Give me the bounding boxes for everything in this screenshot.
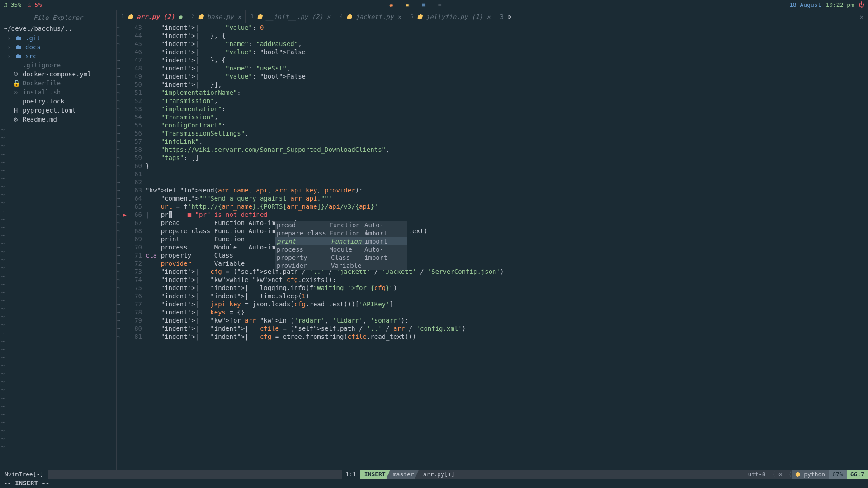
terminal-icon[interactable]: ▣ (406, 1, 409, 9)
autocomplete-item[interactable]: providerVariable (275, 262, 407, 270)
menu-icon[interactable]: ≡ (438, 1, 442, 9)
chevron-right-icon: › (7, 52, 12, 60)
python-icon: ⬢ (198, 13, 203, 21)
tab-new-icon[interactable]: ⊕ (507, 13, 511, 21)
status-nvimtree: NvimTree[-] (0, 470, 48, 479)
tab-jellyfin-py[interactable]: 5⬢jellyfin.py (1)✕ (406, 10, 495, 23)
autocomplete-item[interactable]: processModuleAuto-import (275, 245, 407, 253)
tab-__init__-py[interactable]: 3⬢__init__.py (2)✕ (246, 10, 335, 23)
tree-item-poetry-lock[interactable]: poetry.lock (0, 97, 116, 106)
tab-index: 1 (121, 13, 124, 21)
tree-item-label: install.sh (23, 88, 61, 96)
tab-label: jackett.py (355, 13, 393, 21)
tree-item-docker-compose-yml[interactable]: ©docker-compose.yml (0, 70, 116, 79)
tab-jackett-py[interactable]: 4⬢jackett.py✕ (335, 10, 406, 23)
file-icon: 🖿 (15, 52, 22, 60)
status-encoding: utf-8 (744, 470, 769, 479)
modified-dot-icon: ● (178, 13, 182, 21)
chevron-right-icon: › (7, 43, 12, 51)
tab-base-py[interactable]: 2⬢base.py✕ (187, 10, 246, 23)
line-number-gutter: 4344454647484950515253545556575859606162… (123, 23, 146, 470)
python-icon: ⬢ (257, 13, 262, 21)
time-label: 10:22 pm (826, 1, 854, 9)
autocomplete-popup[interactable]: preadFunctionAuto-importprepare_classFun… (275, 221, 407, 270)
python-icon: ⬢ (127, 13, 133, 21)
tree-item-label: .git (25, 34, 41, 42)
firefox-icon[interactable]: ◉ (390, 1, 393, 9)
close-icon[interactable]: ✕ (327, 13, 330, 21)
autocomplete-item[interactable]: prepare_classFunctionAuto-import (275, 229, 407, 237)
status-os-icon: ⎋ (775, 470, 786, 479)
editor-area[interactable]: ~~~~~~~~~~~~~~~~~~~~~~~~~~~~~~~~~~~~~~~ … (117, 23, 868, 470)
separator-icon: 〈 (786, 470, 792, 479)
tab-close-all-icon[interactable]: ✕ (855, 13, 868, 21)
tab-bar[interactable]: 1⬢arr.py (2)●2⬢base.py✕3⬢__init__.py (2)… (117, 10, 868, 23)
close-icon[interactable]: ✕ (486, 13, 490, 21)
tab-index: 5 (410, 13, 413, 21)
tab-overflow[interactable]: 3 ⊕ (495, 13, 516, 21)
sidebar-empty: ~~~~~~~~~~~~~~~~~~~~~~~~~~~~~~~~~~~~~~~~ (0, 124, 117, 470)
sidebar-title: File Explorer (0, 12, 116, 23)
tab-label: __init__.py (2) (266, 13, 323, 21)
sidebar-path: ~/devel/bacchus/.. (0, 23, 116, 33)
tilde-gutter: ~~~~~~~~~~~~~~~~~~~~~~~~~~~~~~~~~~~~~~~ (117, 23, 123, 470)
status-filename: arr.py[+] (419, 470, 459, 479)
tree-item--git[interactable]: ›🖿.git (0, 33, 116, 42)
file-icon: H (13, 106, 19, 114)
chevron-right-icon: › (7, 34, 12, 42)
tab-arr-py[interactable]: 1⬢arr.py (2)● (117, 10, 187, 23)
file-icon: 🖿 (15, 34, 22, 42)
power-icon[interactable]: ⏻ (859, 1, 864, 9)
tree-item-label: docs (25, 43, 41, 51)
tree-item-install-sh[interactable]: ⎋install.sh (0, 88, 116, 97)
python-icon: ⬢ (417, 13, 422, 21)
tree-item-label: docker-compose.yml (23, 70, 91, 78)
file-explorer-sidebar[interactable]: File Explorer ~/devel/bacchus/.. ›🖿.git›… (0, 10, 117, 124)
tab-overflow-count: 3 (500, 13, 504, 21)
tab-index: 4 (340, 13, 343, 21)
tree-item-pyproject-toml[interactable]: Hpyproject.toml (0, 106, 116, 115)
cpu-usage: ♫ 35% (4, 1, 21, 9)
tree-item-src[interactable]: ›🖿src (0, 52, 116, 61)
close-icon[interactable]: ✕ (237, 13, 241, 21)
tree-item-label: poetry.lock (23, 97, 65, 105)
system-topbar: ♫ 35% ♨ 5% ◉ ▣ ▤ ≡ 18 August 10:22 pm ⏻ (0, 0, 868, 10)
chat-icon[interactable]: ▤ (422, 1, 425, 9)
status-line: NvimTree[-] 1:1 INSERT master arr.py[+] … (0, 470, 868, 479)
tree-item-docs[interactable]: ›🖿docs (0, 42, 116, 52)
tab-label: jellyfin.py (1) (426, 13, 483, 21)
command-line: -- INSERT -- (0, 479, 868, 488)
status-row-col: 66:7 (847, 470, 868, 479)
tree-item--gitignore[interactable]: .gitignore (0, 61, 116, 70)
tab-label: arr.py (2) (137, 13, 175, 21)
date-label: 18 August (789, 1, 821, 9)
separator-icon: 〈 (769, 470, 775, 479)
file-icon: 🖿 (15, 43, 22, 51)
file-icon: © (13, 70, 19, 78)
tree-item-label: src (25, 52, 37, 60)
status-mode: INSERT (360, 470, 390, 479)
python-icon: ⬢ (346, 13, 352, 21)
file-icon: ⚙ (13, 115, 19, 123)
mem-usage: ♨ 5% (28, 1, 42, 9)
status-git-branch: master (387, 470, 419, 479)
file-icon: ⎋ (13, 88, 19, 96)
tree-item-label: .gitignore (23, 61, 61, 69)
status-scroll-pct: 67% (829, 470, 846, 479)
tree-item-Readme-md[interactable]: ⚙Readme.md (0, 115, 116, 124)
status-tree-pos: 1:1 (342, 470, 359, 479)
close-icon[interactable]: ✕ (397, 13, 401, 21)
code-content[interactable]: "indent">| "value": 0 "indent">| }, { "i… (146, 23, 868, 470)
status-language: ⬢ python (792, 470, 829, 479)
tab-index: 2 (192, 13, 194, 21)
tree-item-label: pyproject.toml (23, 106, 76, 114)
tree-item-Dockerfile[interactable]: 🔒Dockerfile (0, 79, 116, 88)
autocomplete-item[interactable]: preadFunctionAuto-import (275, 221, 407, 229)
tab-index: 3 (250, 13, 253, 21)
file-icon: 🔒 (13, 79, 19, 87)
tab-label: base.py (207, 13, 234, 21)
tree-item-label: Dockerfile (23, 79, 61, 87)
tree-item-label: Readme.md (23, 115, 57, 123)
